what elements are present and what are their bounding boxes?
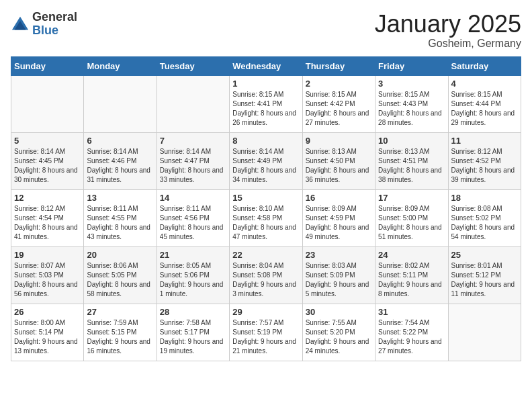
day-number: 8 bbox=[232, 136, 299, 146]
day-info: Sunrise: 8:15 AM Sunset: 4:43 PM Dayligh… bbox=[378, 90, 445, 128]
day-info: Sunrise: 8:10 AM Sunset: 4:58 PM Dayligh… bbox=[232, 204, 299, 242]
day-info: Sunrise: 7:55 AM Sunset: 5:20 PM Dayligh… bbox=[306, 318, 372, 356]
day-number: 24 bbox=[378, 250, 445, 260]
day-info: Sunrise: 8:11 AM Sunset: 4:56 PM Dayligh… bbox=[160, 204, 226, 242]
day-cell: 15Sunrise: 8:10 AM Sunset: 4:58 PM Dayli… bbox=[230, 189, 302, 246]
day-info: Sunrise: 7:57 AM Sunset: 5:19 PM Dayligh… bbox=[232, 318, 299, 356]
day-number: 4 bbox=[451, 79, 518, 89]
day-info: Sunrise: 8:14 AM Sunset: 4:45 PM Dayligh… bbox=[14, 147, 81, 185]
week-row-2: 5Sunrise: 8:14 AM Sunset: 4:45 PM Daylig… bbox=[11, 132, 521, 189]
day-info: Sunrise: 8:11 AM Sunset: 4:55 PM Dayligh… bbox=[87, 204, 153, 242]
day-number: 21 bbox=[160, 250, 226, 260]
day-number: 7 bbox=[160, 136, 226, 146]
day-cell: 20Sunrise: 8:06 AM Sunset: 5:05 PM Dayli… bbox=[84, 246, 157, 304]
day-cell: 5Sunrise: 8:14 AM Sunset: 4:45 PM Daylig… bbox=[11, 132, 84, 189]
day-number: 25 bbox=[451, 250, 518, 260]
day-info: Sunrise: 8:14 AM Sunset: 4:47 PM Dayligh… bbox=[160, 147, 226, 185]
day-info: Sunrise: 8:14 AM Sunset: 4:49 PM Dayligh… bbox=[232, 147, 299, 185]
day-number: 27 bbox=[87, 307, 153, 317]
day-info: Sunrise: 8:12 AM Sunset: 4:52 PM Dayligh… bbox=[451, 147, 518, 185]
day-cell: 27Sunrise: 7:59 AM Sunset: 5:15 PM Dayli… bbox=[84, 304, 157, 361]
day-cell: 3Sunrise: 8:15 AM Sunset: 4:43 PM Daylig… bbox=[375, 75, 448, 132]
weekday-header-row: SundayMondayTuesdayWednesdayThursdayFrid… bbox=[11, 56, 521, 75]
day-cell: 13Sunrise: 8:11 AM Sunset: 4:55 PM Dayli… bbox=[84, 189, 157, 246]
day-info: Sunrise: 8:05 AM Sunset: 5:06 PM Dayligh… bbox=[160, 261, 226, 299]
logo-general: General bbox=[32, 11, 77, 24]
day-cell: 7Sunrise: 8:14 AM Sunset: 4:47 PM Daylig… bbox=[157, 132, 229, 189]
day-cell: 22Sunrise: 8:04 AM Sunset: 5:08 PM Dayli… bbox=[230, 246, 302, 304]
day-info: Sunrise: 7:54 AM Sunset: 5:22 PM Dayligh… bbox=[378, 318, 445, 356]
day-cell: 1Sunrise: 8:15 AM Sunset: 4:41 PM Daylig… bbox=[230, 75, 302, 132]
day-number: 12 bbox=[14, 193, 81, 203]
day-number: 9 bbox=[306, 136, 372, 146]
logo: General Blue bbox=[11, 11, 77, 38]
day-info: Sunrise: 8:13 AM Sunset: 4:51 PM Dayligh… bbox=[378, 147, 445, 185]
day-number: 1 bbox=[232, 79, 299, 89]
weekday-header-sunday: Sunday bbox=[11, 56, 84, 75]
day-cell: 2Sunrise: 8:15 AM Sunset: 4:42 PM Daylig… bbox=[302, 75, 375, 132]
day-number: 6 bbox=[87, 136, 153, 146]
day-number: 5 bbox=[14, 136, 81, 146]
title-block: January 2025 Gosheim, Germany bbox=[375, 11, 521, 50]
week-row-5: 26Sunrise: 8:00 AM Sunset: 5:14 PM Dayli… bbox=[11, 304, 521, 361]
day-info: Sunrise: 8:01 AM Sunset: 5:12 PM Dayligh… bbox=[451, 261, 518, 299]
day-number: 31 bbox=[378, 307, 445, 317]
day-cell bbox=[448, 304, 521, 361]
day-info: Sunrise: 8:04 AM Sunset: 5:08 PM Dayligh… bbox=[232, 261, 299, 299]
day-number: 23 bbox=[306, 250, 372, 260]
day-number: 10 bbox=[378, 136, 445, 146]
day-number: 20 bbox=[87, 250, 153, 260]
location: Gosheim, Germany bbox=[375, 38, 521, 50]
month-title: January 2025 bbox=[375, 11, 521, 38]
day-cell: 12Sunrise: 8:12 AM Sunset: 4:54 PM Dayli… bbox=[11, 189, 84, 246]
day-cell: 8Sunrise: 8:14 AM Sunset: 4:49 PM Daylig… bbox=[230, 132, 302, 189]
weekday-header-friday: Friday bbox=[375, 56, 448, 75]
calendar-table: SundayMondayTuesdayWednesdayThursdayFrid… bbox=[11, 56, 521, 361]
day-cell: 11Sunrise: 8:12 AM Sunset: 4:52 PM Dayli… bbox=[448, 132, 521, 189]
day-number: 30 bbox=[306, 307, 372, 317]
day-number: 29 bbox=[232, 307, 299, 317]
day-number: 2 bbox=[306, 79, 372, 89]
day-cell: 10Sunrise: 8:13 AM Sunset: 4:51 PM Dayli… bbox=[375, 132, 448, 189]
day-cell: 26Sunrise: 8:00 AM Sunset: 5:14 PM Dayli… bbox=[11, 304, 84, 361]
day-cell: 6Sunrise: 8:14 AM Sunset: 4:46 PM Daylig… bbox=[84, 132, 157, 189]
day-info: Sunrise: 8:12 AM Sunset: 4:54 PM Dayligh… bbox=[14, 204, 81, 242]
day-info: Sunrise: 8:09 AM Sunset: 4:59 PM Dayligh… bbox=[306, 204, 372, 242]
day-info: Sunrise: 8:13 AM Sunset: 4:50 PM Dayligh… bbox=[306, 147, 372, 185]
day-info: Sunrise: 8:00 AM Sunset: 5:14 PM Dayligh… bbox=[14, 318, 81, 356]
day-cell bbox=[84, 75, 157, 132]
day-cell: 18Sunrise: 8:08 AM Sunset: 5:02 PM Dayli… bbox=[448, 189, 521, 246]
day-cell: 31Sunrise: 7:54 AM Sunset: 5:22 PM Dayli… bbox=[375, 304, 448, 361]
day-number: 14 bbox=[160, 193, 226, 203]
day-info: Sunrise: 7:58 AM Sunset: 5:17 PM Dayligh… bbox=[160, 318, 226, 356]
weekday-header-saturday: Saturday bbox=[448, 56, 521, 75]
day-number: 16 bbox=[306, 193, 372, 203]
day-info: Sunrise: 8:09 AM Sunset: 5:00 PM Dayligh… bbox=[378, 204, 445, 242]
day-cell: 30Sunrise: 7:55 AM Sunset: 5:20 PM Dayli… bbox=[302, 304, 375, 361]
day-cell: 23Sunrise: 8:03 AM Sunset: 5:09 PM Dayli… bbox=[302, 246, 375, 304]
day-cell: 21Sunrise: 8:05 AM Sunset: 5:06 PM Dayli… bbox=[157, 246, 229, 304]
day-number: 18 bbox=[451, 193, 518, 203]
weekday-header-thursday: Thursday bbox=[302, 56, 375, 75]
week-row-4: 19Sunrise: 8:07 AM Sunset: 5:03 PM Dayli… bbox=[11, 246, 521, 304]
day-cell: 17Sunrise: 8:09 AM Sunset: 5:00 PM Dayli… bbox=[375, 189, 448, 246]
day-cell: 4Sunrise: 8:15 AM Sunset: 4:44 PM Daylig… bbox=[448, 75, 521, 132]
day-info: Sunrise: 8:08 AM Sunset: 5:02 PM Dayligh… bbox=[451, 204, 518, 242]
day-info: Sunrise: 8:14 AM Sunset: 4:46 PM Dayligh… bbox=[87, 147, 153, 185]
logo-text: General Blue bbox=[32, 11, 77, 38]
day-cell: 16Sunrise: 8:09 AM Sunset: 4:59 PM Dayli… bbox=[302, 189, 375, 246]
weekday-header-wednesday: Wednesday bbox=[230, 56, 302, 75]
day-number: 13 bbox=[87, 193, 153, 203]
day-cell bbox=[11, 75, 84, 132]
day-info: Sunrise: 8:02 AM Sunset: 5:11 PM Dayligh… bbox=[378, 261, 445, 299]
day-cell bbox=[157, 75, 229, 132]
day-number: 17 bbox=[378, 193, 445, 203]
day-cell: 25Sunrise: 8:01 AM Sunset: 5:12 PM Dayli… bbox=[448, 246, 521, 304]
logo-blue: Blue bbox=[32, 24, 77, 38]
day-info: Sunrise: 8:15 AM Sunset: 4:44 PM Dayligh… bbox=[451, 90, 518, 128]
day-info: Sunrise: 8:03 AM Sunset: 5:09 PM Dayligh… bbox=[306, 261, 372, 299]
weekday-header-monday: Monday bbox=[84, 56, 157, 75]
day-info: Sunrise: 8:15 AM Sunset: 4:42 PM Dayligh… bbox=[306, 90, 372, 128]
day-number: 26 bbox=[14, 307, 81, 317]
day-info: Sunrise: 8:06 AM Sunset: 5:05 PM Dayligh… bbox=[87, 261, 153, 299]
